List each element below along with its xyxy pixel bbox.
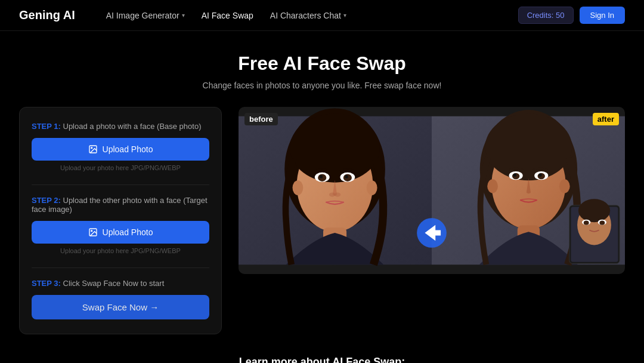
before-after-panel: before after [239,107,625,274]
swap-face-now-button[interactable]: Swap Face Now → [32,295,209,319]
step-2-label: STEP 2: Upload the other photo with a fa… [32,196,209,214]
svg-point-1 [91,147,92,149]
svg-point-16 [345,175,348,178]
svg-point-18 [335,193,341,197]
divider-1 [32,184,209,185]
svg-point-29 [513,174,516,177]
upload-hint-1: Upload your photo here JPG/PNG/WEBP [32,164,209,171]
face-swap-illustration [239,107,625,274]
step-1-label: STEP 1: Upload a photo with a face (Base… [32,122,209,131]
nav-item-face-swap[interactable]: AI Face Swap [194,7,261,24]
svg-point-22 [485,113,572,180]
upload-photo-2-label: Upload Photo [103,227,153,237]
after-label: after [593,113,619,125]
svg-point-10 [367,180,377,195]
svg-point-15 [320,175,323,178]
step-3-desc: Click Swap Face Now to start [61,279,164,288]
content-area: STEP 1: Upload a photo with a face (Base… [19,107,625,334]
svg-point-30 [538,174,541,177]
main-nav: AI Image Generator ▾ AI Face Swap AI Cha… [99,7,518,24]
divider-2 [32,267,209,268]
upload-panel: STEP 1: Upload a photo with a face (Base… [19,107,222,334]
learn-title: Learn more about AI Face Swap: [19,356,625,363]
credits-button[interactable]: Credits: 50 [518,7,574,24]
before-label: before [244,113,278,125]
nav-item-characters-chat[interactable]: AI Characters Chat ▾ [263,7,354,24]
upload-photo-2-button[interactable]: Upload Photo [32,221,209,244]
upload-icon-2 [88,227,98,237]
step-3-section: STEP 3: Click Swap Face Now to start Swa… [32,279,209,319]
chevron-down-icon-2: ▾ [343,12,346,19]
step-3-label: STEP 3: Click Swap Face Now to start [32,279,209,288]
upload-hint-2: Upload your photo here JPG/PNG/WEBP [32,247,209,254]
nav-label-face-swap: AI Face Swap [202,11,253,20]
step-1-section: STEP 1: Upload a photo with a face (Base… [32,122,209,171]
signin-button[interactable]: Sign In [580,7,625,24]
step-2-num: STEP 2: [32,196,61,205]
upload-icon-1 [88,144,98,154]
nav-label-characters-chat: AI Characters Chat [270,11,341,20]
step-1-desc: Upload a photo with a face (Base photo) [61,122,202,131]
step-2-section: STEP 2: Upload the other photo with a fa… [32,196,209,254]
chevron-down-icon: ▾ [182,12,185,19]
svg-point-3 [91,230,92,232]
logo[interactable]: Gening AI [19,8,75,22]
main-content: Free AI Face Swap Change faces in photos… [0,31,644,363]
svg-point-8 [290,113,380,182]
upload-photo-1-button[interactable]: Upload Photo [32,138,209,161]
nav-label-image-generator: AI Image Generator [106,11,179,20]
header-right: Credits: 50 Sign In [518,7,625,24]
learn-more-section: Learn more about AI Face Swap: What is A… [19,356,625,363]
step-3-num: STEP 3: [32,279,61,288]
swap-face-label: Swap Face Now → [82,302,159,312]
svg-point-35 [578,199,610,222]
step-1-num: STEP 1: [32,122,61,131]
svg-point-39 [599,221,605,225]
upload-photo-1-label: Upload Photo [103,144,153,154]
page-subtitle: Change faces in photos to anyone you lik… [19,81,625,90]
svg-point-38 [584,221,589,225]
svg-point-23 [487,179,498,193]
svg-point-9 [293,180,304,195]
nav-item-image-generator[interactable]: AI Image Generator ▾ [99,7,192,24]
svg-point-24 [559,179,570,193]
page-title: Free AI Face Swap [19,53,625,75]
